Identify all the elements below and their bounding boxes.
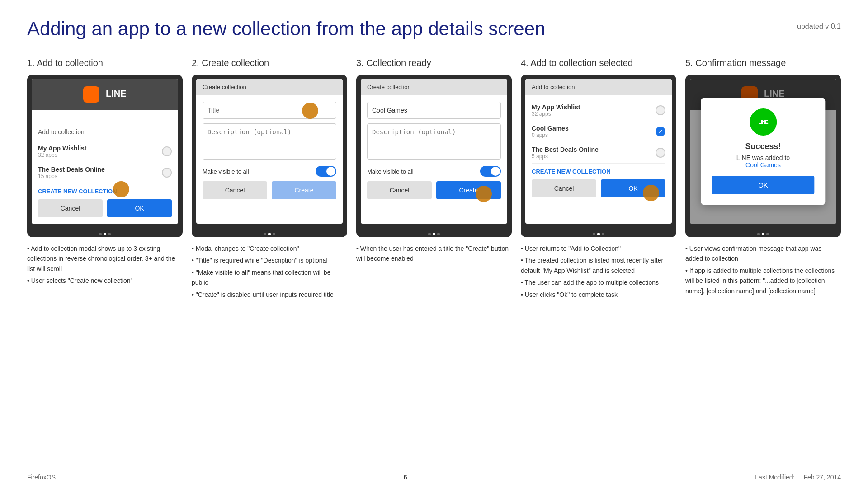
dot-1 (99, 233, 102, 235)
step4-count-3: 5 apps (532, 153, 599, 160)
step-4-content: My App Wishlist 32 apps Cool Games 0 app… (525, 95, 672, 202)
step-3-screen-header: Create collection (361, 79, 507, 95)
step-4-column: 4. Add to collection selected Add to col… (521, 58, 676, 301)
confirmation-modal: LINE Success! LINE was added to Cool Gam… (701, 98, 825, 205)
step-1-title: 1. Add to collection (27, 58, 183, 68)
step-3-notes: • When the user has entered a title the … (356, 244, 512, 264)
step-5-column: 5. Confirmation message LINE LINE (685, 58, 841, 301)
dot-1 (593, 233, 595, 235)
footer-center: 6 (404, 474, 407, 481)
step4-radio-2[interactable] (656, 127, 665, 136)
title-input-3[interactable] (367, 102, 501, 119)
toggle-switch-3[interactable] (480, 166, 501, 177)
step-2-notes: • Modal changes to "Create collection" •… (192, 244, 347, 300)
step-4-screen: Add to collection My App Wishlist 32 app… (525, 79, 672, 224)
step-4-phone: Add to collection My App Wishlist 32 app… (521, 75, 676, 237)
dot-2 (597, 233, 600, 235)
ok-button-1[interactable]: OK (107, 199, 172, 217)
step-5-notes: • User views confirmation message that a… (685, 244, 841, 296)
toggle-row: Make visible to all (203, 166, 336, 177)
app-icon (83, 86, 99, 103)
step-4-screen-header: Add to collection (525, 79, 672, 95)
step-5-phone: LINE LINE Success! LINE was added to Coo… (685, 75, 841, 237)
page-header: Adding an app to a new collection from t… (27, 18, 841, 40)
step-4-notes: • User returns to "Add to Collection" • … (521, 244, 676, 300)
cancel-button-2[interactable]: Cancel (203, 181, 267, 199)
cancel-button-1[interactable]: Cancel (38, 199, 103, 217)
step-2-title: 2. Create collection (192, 58, 347, 68)
page-footer: FirefoxOS 6 Last Modified: Feb 27, 2014 (0, 466, 868, 488)
dot-3 (108, 233, 111, 235)
dot-3 (766, 233, 769, 235)
create-form-3: Make visible to all Cancel Create (361, 95, 507, 206)
cursor-dot-3 (476, 186, 492, 202)
success-text: LINE was added to Cool Games (712, 154, 814, 169)
phone-dots-4 (593, 233, 604, 235)
step-2-screen-header: Create collection (196, 79, 343, 95)
step-2-column: 2. Create collection Create collection (192, 58, 347, 301)
dot-3 (273, 233, 275, 235)
dot-1 (757, 233, 760, 235)
step-3-phone: Create collection Make visible to all Ca… (356, 75, 512, 237)
step-3-screen: Create collection Make visible to all Ca… (361, 79, 507, 224)
steps-container: 1. Add to collection LINE Add to collect… (27, 58, 841, 301)
step-3-column: 3. Collection ready Create collection Ma… (356, 58, 512, 301)
radio-2[interactable] (162, 168, 172, 178)
title-input-wrapper (203, 102, 336, 123)
collection-count-1: 32 apps (38, 152, 86, 158)
cancel-button-3[interactable]: Cancel (367, 181, 432, 199)
step4-cancel[interactable]: Cancel (532, 179, 596, 197)
step1-app-header: LINE (32, 79, 178, 110)
collection-item-2[interactable]: The Best Deals Online 15 apps (38, 162, 172, 183)
step4-radio-3[interactable] (656, 148, 665, 158)
step4-create-link[interactable]: CREATE NEW COLLECTION (532, 168, 665, 175)
step4-collection-2[interactable]: Cool Games 0 apps (532, 121, 665, 142)
step-1-column: 1. Add to collection LINE Add to collect… (27, 58, 183, 301)
modal-buttons-3: Cancel Create (367, 181, 501, 199)
dot-1 (428, 233, 431, 235)
footer-right: Last Modified: Feb 27, 2014 (755, 474, 841, 481)
collection-item-1[interactable]: My App Wishlist 32 apps (38, 141, 172, 162)
step4-collection-1[interactable]: My App Wishlist 32 apps (532, 100, 665, 121)
step-4-title: 4. Add to collection selected (521, 58, 676, 68)
modal-title: Add to collection (38, 128, 172, 136)
add-collection-modal: Add to collection My App Wishlist 32 app… (32, 122, 178, 224)
phone-dots-1 (99, 233, 111, 235)
dot-2 (268, 233, 271, 235)
desc-input[interactable] (203, 123, 336, 160)
step4-collection-3[interactable]: The Best Deals Online 5 apps (532, 142, 665, 164)
collection-count-2: 15 apps (38, 173, 105, 179)
success-link: Cool Games (745, 161, 781, 169)
step4-modal-buttons: Cancel OK (532, 179, 665, 197)
dot-2 (433, 233, 435, 235)
step-1-screen: LINE Add to collection My App Wishlist 3… (32, 79, 178, 224)
step-1-notes: • Add to collection modal shows up to 3 … (27, 244, 183, 286)
create-button-2[interactable]: Create (272, 181, 336, 199)
desc-input-3[interactable] (367, 123, 501, 160)
phone-dots-3 (428, 233, 440, 235)
main-title: Adding an app to a new collection from t… (27, 18, 545, 40)
create-new-link[interactable]: CREATE NEW COLLECTION (38, 188, 172, 195)
toggle-row-3: Make visible to all (367, 166, 501, 177)
ok-button-5[interactable]: OK (712, 176, 814, 194)
step4-count-1: 32 apps (532, 111, 580, 117)
collection-name-2: The Best Deals Online (38, 166, 105, 173)
step-5-screen: LINE LINE Success! LINE was added to Coo… (690, 79, 836, 224)
step4-name-1: My App Wishlist (532, 103, 580, 111)
toggle-switch[interactable] (316, 166, 336, 177)
step-3-title: 3. Collection ready (356, 58, 512, 68)
radio-1[interactable] (162, 146, 172, 156)
step-2-screen: Create collection Make visible to all (196, 79, 343, 224)
dot-3 (602, 233, 604, 235)
cursor-dot-1 (113, 181, 129, 197)
dot-2 (104, 233, 106, 235)
phone-dots-2 (264, 233, 275, 235)
version-label: updated v 0.1 (797, 23, 841, 31)
cursor-dot-2 (302, 103, 318, 119)
step-1-phone: LINE Add to collection My App Wishlist 3… (27, 75, 183, 237)
dot-1 (264, 233, 266, 235)
footer-left: FirefoxOS (27, 474, 56, 481)
step4-radio-1[interactable] (656, 105, 665, 115)
dot-2 (762, 233, 764, 235)
step4-name-2: Cool Games (532, 125, 569, 132)
